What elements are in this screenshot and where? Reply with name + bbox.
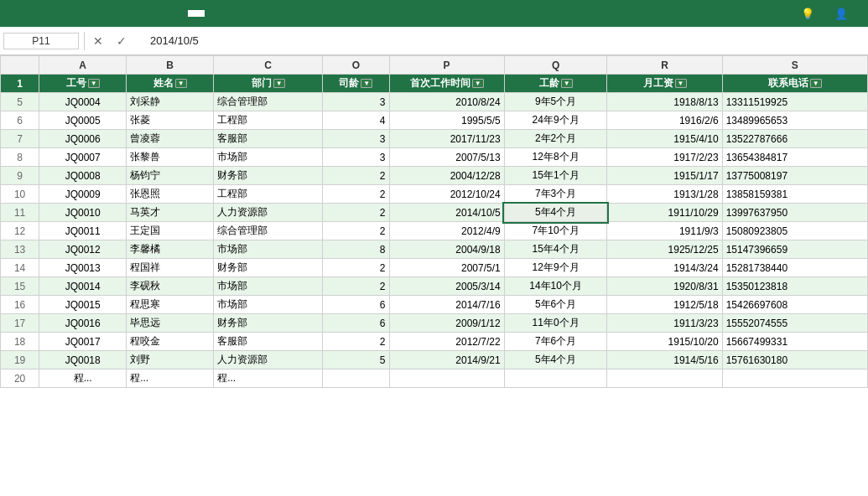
filter-dropdown-icon[interactable]: ▼ [561,79,573,88]
table-cell[interactable]: 1912/5/18 [607,296,722,314]
table-cell[interactable]: 11年0个月 [504,314,607,333]
table-cell[interactable]: 2 [323,167,389,185]
table-cell[interactable]: 2004/12/28 [389,167,504,185]
table-cell[interactable] [504,369,607,388]
formula-input[interactable] [147,34,865,47]
table-cell[interactable]: 15080923805 [722,222,867,240]
menu-dev-tools[interactable] [154,10,171,17]
table-cell[interactable]: JQ0013 [39,259,127,277]
table-cell[interactable]: 人力资源部 [214,351,323,369]
table-cell[interactable]: 2年2个月 [504,130,607,148]
table-cell[interactable] [323,369,389,388]
table-cell[interactable]: 2010/8/24 [389,93,504,111]
table-cell[interactable]: 8 [323,240,389,259]
table-cell[interactable]: 1916/2/6 [607,111,722,130]
table-cell[interactable]: 15552074555 [722,314,867,333]
table-cell[interactable]: 月工资▼ [607,75,722,93]
col-header-p[interactable]: P [389,56,504,75]
table-cell[interactable]: 15147396659 [722,240,867,259]
table-cell[interactable]: 1918/8/13 [607,93,722,111]
filter-dropdown-icon[interactable]: ▼ [175,79,187,88]
table-cell[interactable]: 工程部 [214,185,323,204]
table-cell[interactable]: 7年3个月 [504,185,607,204]
filter-dropdown-icon[interactable]: ▼ [273,79,285,88]
table-cell[interactable]: 客服部 [214,130,323,148]
menu-tell-me[interactable]: 💡 [794,4,824,23]
filter-dropdown-icon[interactable]: ▼ [88,79,100,88]
table-cell[interactable]: 程思寒 [127,296,214,314]
table-cell[interactable]: 15761630180 [722,351,867,369]
filter-dropdown-icon[interactable]: ▼ [361,79,372,88]
table-cell[interactable]: JQ0007 [39,148,127,167]
table-cell[interactable]: 2007/5/13 [389,148,504,167]
table-cell[interactable]: 13858159381 [722,185,867,204]
table-cell[interactable]: 工程部 [214,111,323,130]
col-header-a[interactable]: A [39,56,127,75]
table-cell[interactable]: 程... [214,369,323,388]
table-cell[interactable]: 刘采静 [127,93,214,111]
table-cell[interactable]: 13522787666 [722,130,867,148]
table-cell[interactable]: 司龄▼ [323,75,389,93]
table-cell[interactable]: 13654384817 [722,148,867,167]
table-cell[interactable]: 1914/3/24 [607,259,722,277]
table-cell[interactable]: 3 [323,93,389,111]
menu-data[interactable] [87,10,104,17]
menu-design[interactable] [188,10,205,17]
col-header-c[interactable]: C [214,56,323,75]
table-cell[interactable]: 2 [323,333,389,351]
table-cell[interactable]: 市场部 [214,277,323,296]
menu-review[interactable] [104,10,121,17]
table-cell[interactable]: 9年5个月 [504,93,607,111]
table-cell[interactable]: 2 [323,222,389,240]
table-cell[interactable]: 首次工作时间▼ [389,75,504,93]
table-cell[interactable]: 15426697608 [722,296,867,314]
table-cell[interactable]: 张黎兽 [127,148,214,167]
table-cell[interactable]: 市场部 [214,240,323,259]
table-cell[interactable]: JQ0012 [39,240,127,259]
table-cell[interactable]: 5年4个月 [504,351,607,369]
menu-page-layout[interactable] [54,10,70,17]
table-cell[interactable]: 15281738440 [722,259,867,277]
table-cell[interactable]: 财务部 [214,314,323,333]
table-cell[interactable]: 15年1个月 [504,167,607,185]
table-cell[interactable]: 5年4个月 [504,204,607,222]
table-cell[interactable]: 15年4个月 [504,240,607,259]
table-cell[interactable]: JQ0014 [39,277,127,296]
table-cell[interactable]: 1911/3/23 [607,314,722,333]
table-cell[interactable]: 李砚秋 [127,277,214,296]
table-cell[interactable]: 2 [323,259,389,277]
table-cell[interactable]: 13775008197 [722,167,867,185]
table-cell[interactable]: 7年6个月 [504,333,607,351]
table-cell[interactable]: 1917/2/23 [607,148,722,167]
table-cell[interactable]: JQ0018 [39,351,127,369]
table-cell[interactable]: 张菱 [127,111,214,130]
table-cell[interactable]: 曾凌蓉 [127,130,214,148]
confirm-icon[interactable]: ✓ [113,33,130,49]
menu-start[interactable] [20,10,37,17]
filter-dropdown-icon[interactable]: ▼ [810,79,822,88]
table-cell[interactable]: 2014/9/21 [389,351,504,369]
table-cell[interactable]: 3 [323,130,389,148]
cancel-icon[interactable]: ✕ [90,33,107,49]
table-cell[interactable]: 1911/9/3 [607,222,722,240]
table-cell[interactable]: 4 [323,111,389,130]
table-cell[interactable] [389,369,504,388]
table-cell[interactable]: 2005/3/14 [389,277,504,296]
table-cell[interactable]: 1925/12/25 [607,240,722,259]
table-cell[interactable]: 综合管理部 [214,222,323,240]
filter-dropdown-icon[interactable]: ▼ [675,79,687,88]
table-cell[interactable]: JQ0008 [39,167,127,185]
filter-dropdown-icon[interactable]: ▼ [472,79,484,88]
table-cell[interactable]: 5年6个月 [504,296,607,314]
table-cell[interactable]: 姓名▼ [127,75,214,93]
table-cell[interactable]: JQ0004 [39,93,127,111]
table-cell[interactable]: 2014/10/5 [389,204,504,222]
table-cell[interactable]: JQ0005 [39,111,127,130]
cell-reference-box[interactable] [3,33,79,49]
table-cell[interactable]: 14年10个月 [504,277,607,296]
table-cell[interactable]: 12年9个月 [504,259,607,277]
table-cell[interactable]: 2014/7/16 [389,296,504,314]
col-header-o[interactable]: O [323,56,389,75]
table-cell[interactable]: JQ0006 [39,130,127,148]
table-cell[interactable]: JQ0015 [39,296,127,314]
